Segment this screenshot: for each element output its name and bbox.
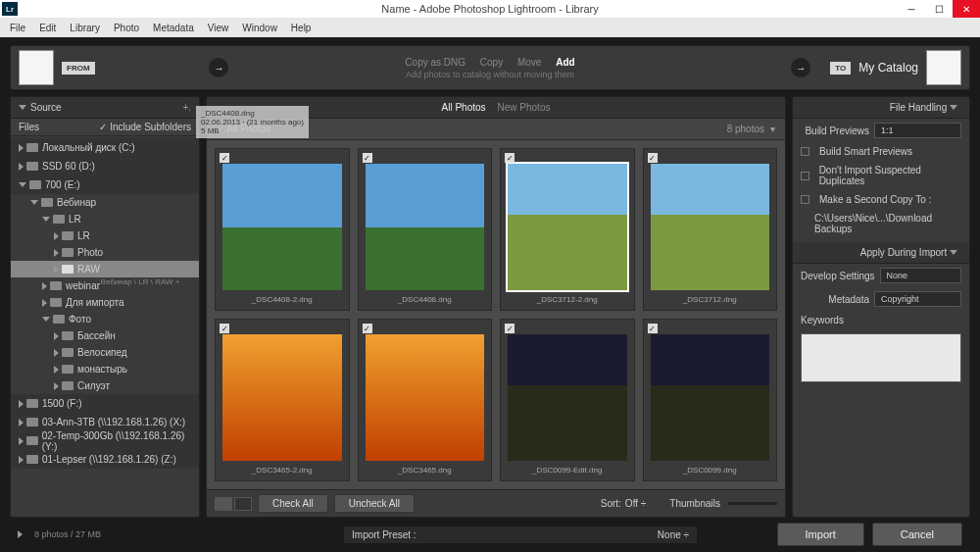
thumbnails-label: Thumbnails xyxy=(669,498,720,509)
tree-item[interactable]: Велосипед xyxy=(11,344,199,361)
photo-filter-tabs: All Photos New Photos xyxy=(207,97,785,119)
menu-window[interactable]: Window xyxy=(236,21,283,35)
build-previews-select[interactable]: 1:1 xyxy=(874,123,961,138)
import-preset-bar[interactable]: Import Preset : None ÷ xyxy=(344,527,697,543)
menu-library[interactable]: Library xyxy=(64,21,106,35)
chevron-down-icon xyxy=(19,105,26,110)
photo-checkbox[interactable]: ✓ xyxy=(220,153,229,163)
photo-thumbnail[interactable]: ✓_DSC4408-2.dng xyxy=(215,148,350,311)
add-source-icon[interactable]: +. xyxy=(182,102,191,113)
check-all-button[interactable]: Check All xyxy=(258,494,328,513)
photo-filename: _DSC3465.dng xyxy=(362,463,489,477)
photo-filename: _DSC4408-2.dng xyxy=(219,292,346,307)
menu-edit[interactable]: Edit xyxy=(33,21,62,35)
no-duplicates-checkbox[interactable] xyxy=(801,172,809,180)
file-handling-header[interactable]: File Handling xyxy=(793,97,969,119)
close-button[interactable]: ✕ xyxy=(953,0,980,18)
minimize-button[interactable]: ─ xyxy=(898,0,925,18)
thumbnail-grid: ✓_DSC4408-2.dng✓_DSC4408.dng✓_DSC3712-2.… xyxy=(207,140,785,489)
menu-help[interactable]: Help xyxy=(285,21,318,35)
photo-thumbnail[interactable]: ✓_DSC4408.dng xyxy=(358,148,493,311)
files-label: Files xyxy=(19,122,39,132)
photo-thumbnail[interactable]: ✓_DSC0099-Edit.dng xyxy=(500,319,635,481)
chevron-down-icon xyxy=(950,105,957,110)
grid-menu-icon[interactable]: ▾ xyxy=(770,124,775,134)
apply-during-import-header[interactable]: Apply During Import xyxy=(793,242,969,264)
photo-checkbox[interactable]: ✓ xyxy=(648,324,658,333)
photo-checkbox[interactable]: ✓ xyxy=(363,324,372,333)
action-copy[interactable]: Copy xyxy=(480,57,503,68)
tab-all-photos[interactable]: All Photos xyxy=(442,102,486,113)
maximize-button[interactable]: ☐ xyxy=(925,0,953,18)
metadata-label: Metadata xyxy=(801,294,869,305)
import-button[interactable]: Import xyxy=(777,523,864,546)
status-text: 8 photos / 27 MB xyxy=(34,529,101,539)
grid-view-button[interactable] xyxy=(215,497,232,511)
from-badge: FROM xyxy=(62,62,95,75)
photo-filename: _DSC3712-2.dng xyxy=(504,292,631,307)
tree-item[interactable]: 1500 (F:) xyxy=(11,394,199,413)
tree-item[interactable]: Силуэт xyxy=(11,377,199,394)
develop-settings-select[interactable]: None xyxy=(880,268,961,283)
photo-filename: _DSC4408.dng xyxy=(362,292,489,307)
dest-forward-button[interactable]: → xyxy=(791,58,810,77)
source-path: Вебинар \ LR \ RAW + xyxy=(101,277,180,286)
loupe-view-button[interactable] xyxy=(234,497,252,511)
photo-checkbox[interactable]: ✓ xyxy=(363,153,372,163)
tree-item[interactable]: 01-Lepser (\\192.168.1.26) (Z:) xyxy=(11,450,199,469)
cancel-button[interactable]: Cancel xyxy=(872,523,962,546)
develop-settings-label: Develop Settings xyxy=(801,271,875,281)
photo-checkbox[interactable]: ✓ xyxy=(505,153,514,163)
action-move[interactable]: Move xyxy=(517,57,541,68)
photo-thumbnail[interactable]: ✓_DSC3465-2.dng xyxy=(215,319,350,481)
view-mode-switcher xyxy=(215,497,252,511)
destination-label[interactable]: My Catalog xyxy=(858,61,918,75)
photo-thumbnail[interactable]: ✓_DSC3712-2.dng xyxy=(500,148,635,311)
tree-item[interactable]: Бассейн xyxy=(11,327,199,344)
photo-filename: _DSC0099.dng xyxy=(647,463,774,477)
sort-label: Sort: xyxy=(601,498,621,509)
photo-checkbox[interactable]: ✓ xyxy=(220,324,229,333)
photo-filename: _DSC3712.dng xyxy=(647,292,774,307)
tree-item[interactable]: Фото xyxy=(11,311,199,327)
source-drive[interactable]: 700 (E:) ÷ xyxy=(101,0,180,277)
source-title: Source xyxy=(30,102,62,113)
photo-filename: _DSC0099-Edit.dng xyxy=(504,463,631,477)
import-settings-panel: File Handling Build Previews 1:1 Build S… xyxy=(792,96,970,518)
menu-file[interactable]: File xyxy=(4,21,31,35)
app-icon: Lr xyxy=(2,2,18,16)
keywords-label: Keywords xyxy=(801,315,844,326)
uncheck-all-button[interactable]: Uncheck All xyxy=(334,494,415,513)
build-previews-label: Build Previews xyxy=(801,125,869,136)
source-forward-button[interactable]: → xyxy=(209,58,228,77)
source-preview-swatch xyxy=(19,50,54,85)
tree-item[interactable]: монастырь xyxy=(11,361,199,377)
tab-new-photos[interactable]: New Photos xyxy=(498,102,551,113)
to-badge: TO xyxy=(830,62,851,75)
tree-item[interactable]: Для импорта xyxy=(11,294,199,311)
photo-checkbox[interactable]: ✓ xyxy=(648,153,658,163)
chevron-down-icon xyxy=(950,250,957,255)
photo-filename: _DSC3465-2.dng xyxy=(219,463,346,477)
chevron-right-icon[interactable] xyxy=(18,530,23,538)
photo-thumbnail[interactable]: ✓_DSC3712.dng xyxy=(643,148,778,311)
photo-thumbnail[interactable]: ✓_DSC0099.dng xyxy=(643,319,778,481)
tree-item[interactable]: 02-Temp-300Gb (\\192.168.1.26) (Y:) xyxy=(11,431,199,450)
action-subtitle: Add photos to catalog without moving the… xyxy=(399,70,580,79)
second-copy-checkbox[interactable] xyxy=(801,195,809,204)
metadata-select[interactable]: Copyright xyxy=(874,291,961,307)
action-copy-dng[interactable]: Copy as DNG xyxy=(405,57,466,68)
tree-item[interactable]: 03-Ann-3TB (\\192.168.1.26) (X:) xyxy=(11,413,199,431)
photo-checkbox[interactable]: ✓ xyxy=(505,324,514,333)
grid-title: ✓ All Photos xyxy=(217,124,270,134)
thumbnail-size-slider[interactable] xyxy=(728,502,777,505)
action-add[interactable]: Add xyxy=(556,57,574,68)
sort-value[interactable]: Off ÷ xyxy=(625,498,646,509)
import-topbar: FROM 700 (E:) ÷ Вебинар \ LR \ RAW + → C… xyxy=(10,45,970,90)
menu-view[interactable]: View xyxy=(202,21,235,35)
keywords-input[interactable] xyxy=(801,333,961,382)
photo-thumbnail[interactable]: ✓_DSC3465.dng xyxy=(358,319,493,481)
footer-bar: 8 photos / 27 MB Import Preset : None ÷ … xyxy=(10,522,970,547)
window-title: Name - Adobe Photoshop Lightroom - Libra… xyxy=(381,3,598,15)
smart-previews-checkbox[interactable] xyxy=(801,147,809,156)
